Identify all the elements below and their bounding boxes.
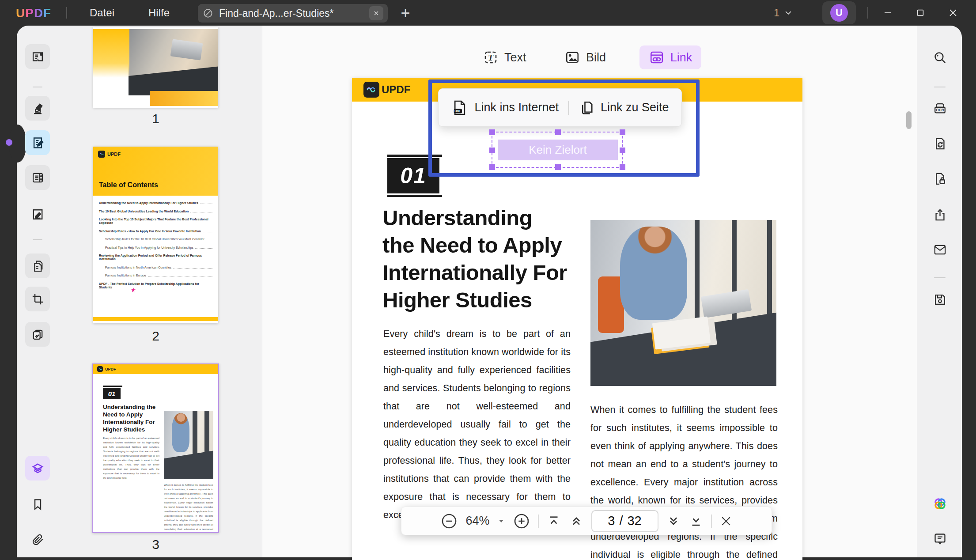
zoom-in-button[interactable]: [513, 512, 530, 530]
page2-title: Table of Contents: [99, 181, 158, 189]
minimize-button[interactable]: [876, 4, 899, 22]
page3-chapter-number: 01: [103, 388, 121, 399]
page1-yellow-band: [150, 91, 218, 106]
link-tool-label: Link: [670, 51, 692, 64]
link-internet-label: Link ins Internet: [474, 101, 559, 114]
link-page-button[interactable]: Link zu Seite: [579, 100, 669, 116]
current-page: 3: [608, 514, 615, 528]
comments-panel-button[interactable]: [927, 526, 952, 551]
vertical-scrollbar-thumb[interactable]: [906, 111, 912, 129]
chevron-down-icon: [784, 8, 793, 17]
menu-hilfe[interactable]: Hilfe: [140, 0, 178, 26]
crop-icon: [31, 292, 45, 306]
edit-page-icon: [31, 136, 45, 150]
page3-right-column: When it comes to fulfilling the student …: [164, 483, 213, 530]
url-file-icon: URL: [451, 99, 469, 117]
attachment-panel-button[interactable]: [25, 527, 50, 552]
document-tab[interactable]: Find-and-Ap...er-Studies*: [198, 4, 388, 23]
page2-footer-band: [93, 317, 218, 321]
account-button[interactable]: U: [822, 1, 856, 24]
page-tools-button[interactable]: [25, 254, 50, 278]
sidebar-collapse-handle[interactable]: [6, 139, 12, 146]
share-button[interactable]: [927, 202, 952, 227]
close-toolbar-button[interactable]: [719, 515, 733, 528]
organize-pages-button[interactable]: [25, 165, 50, 190]
previous-pages-button[interactable]: [569, 514, 584, 529]
maximize-button[interactable]: [909, 4, 932, 22]
paperclip-icon: [31, 533, 45, 546]
search-button[interactable]: [927, 45, 952, 70]
text-tool-icon: T: [483, 49, 499, 65]
ai-assistant-icon: [933, 496, 947, 511]
new-tab-button[interactable]: +: [397, 4, 414, 22]
page2-header: UPDF Table of Contents: [93, 147, 218, 196]
article-heading: Understanding the Need to Apply Internat…: [382, 204, 594, 314]
edit-pdf-button[interactable]: [25, 130, 50, 155]
page-1-label: 1: [93, 111, 218, 126]
bookmark-panel-button[interactable]: [25, 492, 50, 517]
page1-yellow-block: [93, 29, 129, 78]
resize-handle-s[interactable]: [555, 164, 561, 170]
crop-tool-button[interactable]: [25, 287, 50, 311]
resize-handle-e[interactable]: [620, 148, 625, 153]
fill-sign-button[interactable]: [25, 202, 50, 227]
search-icon: [933, 50, 947, 65]
document-brand: UPDF: [382, 83, 410, 96]
chapter-rule-bottom: [387, 195, 442, 197]
titlebar-divider-2: [867, 7, 868, 19]
tab-close-icon[interactable]: [369, 6, 383, 20]
image-tool-button[interactable]: Bild: [564, 45, 606, 69]
next-pages-button[interactable]: [666, 514, 681, 529]
zoom-out-button[interactable]: [440, 512, 458, 530]
window-count: 1: [774, 7, 779, 19]
menu-datei[interactable]: Datei: [82, 0, 122, 26]
highlighter-icon: [31, 102, 45, 115]
svg-text:OCR: OCR: [936, 108, 944, 112]
fill-sign-icon: [31, 208, 45, 221]
page3-photo-student: [164, 411, 213, 479]
resize-handle-ne[interactable]: [620, 129, 625, 135]
reader-mode-button[interactable]: [25, 44, 50, 69]
resize-handle-sw[interactable]: [489, 164, 495, 170]
close-window-button[interactable]: [942, 4, 965, 22]
text-tool-button[interactable]: T Text: [483, 45, 526, 69]
tab-title: Find-and-Ap...er-Studies*: [219, 8, 369, 19]
svg-text:T: T: [488, 53, 494, 62]
book-reader-icon: [31, 50, 45, 64]
thumbnail-panel-button[interactable]: [25, 456, 50, 481]
ocr-button[interactable]: OCR: [927, 96, 952, 121]
thumbnail-page-2[interactable]: UPDF Table of Contents Understanding the…: [93, 147, 218, 323]
ocr-icon: OCR: [933, 101, 947, 116]
convert-button[interactable]: [927, 131, 952, 156]
image-tool-icon: [564, 49, 580, 65]
last-page-button[interactable]: [688, 514, 704, 529]
protect-button[interactable]: [927, 166, 952, 191]
link-internet-button[interactable]: URL Link ins Internet: [451, 99, 559, 117]
resize-handle-se[interactable]: [620, 164, 625, 170]
page3-heading: Understanding the Need to Apply Internat…: [103, 403, 165, 433]
resize-handle-n[interactable]: [555, 129, 561, 135]
page-number-input[interactable]: 3 / 32: [591, 510, 658, 532]
bookmark-icon: [31, 498, 45, 511]
zoom-caret-down-icon[interactable]: [497, 517, 505, 525]
total-pages: 32: [627, 514, 641, 528]
link-annotation-box[interactable]: Kein Zielort: [498, 140, 618, 160]
ai-assistant-button[interactable]: [927, 491, 952, 516]
thumbnail-page-3-selected[interactable]: UPDF 01 Understanding the Need to Apply …: [92, 363, 219, 533]
resize-handle-nw[interactable]: [489, 129, 495, 135]
thumbnail-page-1[interactable]: [93, 27, 218, 108]
save-button[interactable]: [927, 287, 952, 312]
slideshow-button[interactable]: [25, 322, 50, 347]
page2-toc: Understanding the Need to Apply Internat…: [99, 201, 212, 294]
resize-handle-w[interactable]: [489, 148, 495, 153]
link-annotation-selection[interactable]: Kein Zielort: [492, 132, 623, 168]
toolbar-divider: [538, 515, 539, 528]
updf-badge-icon: [363, 82, 379, 98]
comment-tool-button[interactable]: [25, 96, 50, 121]
link-tool-button-active[interactable]: Link: [639, 45, 701, 69]
window-count-dropdown[interactable]: 1: [774, 0, 793, 26]
first-page-button[interactable]: [546, 514, 561, 529]
comment-icon: [933, 532, 947, 546]
email-button[interactable]: [927, 237, 952, 262]
share-icon: [933, 208, 947, 222]
